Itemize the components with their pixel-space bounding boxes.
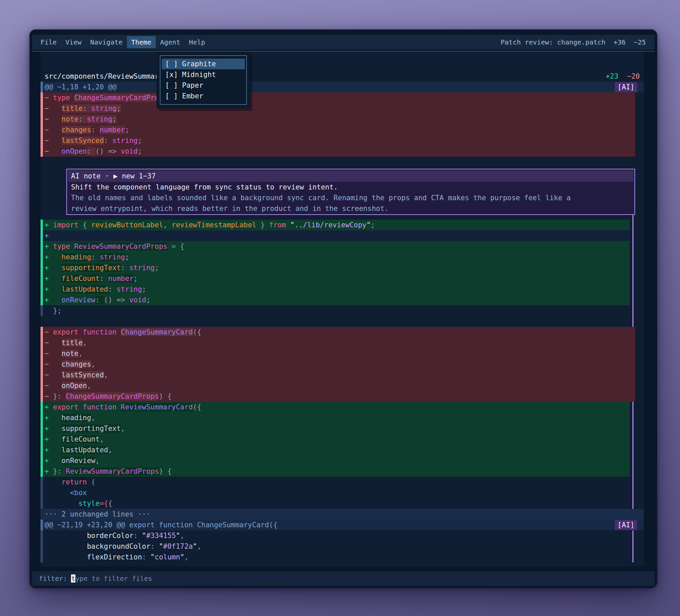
diff-row-ctx[interactable]: borderColor: "#334155", (40, 530, 644, 541)
code-line: + import { reviewButtonLabel, reviewTime… (43, 219, 375, 230)
diff-row-add[interactable]: + }: ReviewSummaryCardProps) { (40, 466, 630, 477)
diff-row-del[interactable]: − lastSynced: string; (40, 135, 635, 146)
theme-option-ember[interactable]: [ ] Ember (162, 91, 245, 101)
code-line: − onOpen: () => void; (43, 146, 142, 157)
code-line: style={{ (43, 498, 112, 509)
diff-row-del[interactable]: − title, (40, 338, 635, 348)
diff-row-del[interactable]: − type ChangeSummaryCardProps = { (40, 92, 635, 103)
diff-viewer: src/components/ReviewSummaryCard.tsx+23−… (40, 52, 644, 566)
diff-row-addempty[interactable]: + (40, 230, 630, 241)
gutter-strip (40, 71, 43, 82)
menu-item-file[interactable]: File (36, 36, 61, 48)
code-line: − note: string; (43, 114, 117, 124)
gutter-strip (40, 434, 43, 445)
diff-row-ctx[interactable]: <box (40, 488, 644, 498)
diff-row-add[interactable]: + type ReviewSummaryCardProps = { (40, 241, 630, 252)
gutter-strip (40, 466, 43, 477)
diff-row-add[interactable]: + heading: string; (40, 252, 630, 262)
filter-label: filter: (39, 575, 71, 583)
gutter-strip (40, 252, 43, 262)
gutter-strip (40, 391, 43, 402)
diff-row-del[interactable]: − onOpen: () => void; (40, 146, 635, 157)
diff-row-add[interactable]: + export function ReviewSummaryCard({ (40, 402, 630, 412)
diff-row-del[interactable]: − note, (40, 348, 635, 359)
gutter-strip (40, 241, 43, 252)
diff-row-del[interactable]: − export function ChangeSummaryCard({ (40, 327, 635, 338)
gutter-strip (40, 380, 43, 391)
code-line: backgroundColor: "#0f172a", (43, 541, 201, 552)
diff-row-hunk[interactable]: @@ −21,19 +23,20 @@ export function Chan… (40, 520, 644, 530)
diff-row-ctx[interactable]: }; (40, 305, 644, 316)
diff-row-del[interactable]: − changes: number; (40, 124, 635, 135)
diff-row-del[interactable]: − title: string; (40, 103, 635, 114)
gutter-strip (40, 284, 43, 295)
gutter-strip (40, 402, 43, 412)
ai-badge: [AI] (615, 520, 637, 530)
ai-note-text: The old names and labels sounded like a … (67, 193, 634, 203)
menu-item-navigate[interactable]: Navigate (86, 36, 126, 48)
code-line: − }: ChangeSummaryCardProps) { (43, 391, 171, 402)
menu-item-theme[interactable]: Theme (127, 36, 156, 48)
code-line: + heading, (43, 412, 95, 423)
ai-region-indicator-line (632, 530, 633, 562)
diff-row-del[interactable]: − }: ChangeSummaryCardProps) { (40, 391, 635, 402)
diff-row-add[interactable]: + import { reviewButtonLabel, reviewTime… (40, 219, 630, 230)
gutter-strip (40, 477, 43, 488)
gutter-strip (40, 219, 43, 230)
diff-row-del[interactable]: − note: string; (40, 114, 635, 124)
gutter-strip (40, 135, 43, 146)
diff-row-add[interactable]: + fileCount, (40, 434, 630, 445)
gutter-strip (40, 498, 43, 509)
gutter-strip (40, 359, 43, 370)
spacer (40, 316, 644, 327)
menu-item-help[interactable]: Help (185, 36, 209, 48)
spacer (40, 52, 644, 71)
code-line: flexDirection: "column", (43, 552, 189, 562)
diff-row-add[interactable]: + supportingText, (40, 423, 630, 434)
diff-row-sep[interactable]: ··· 2 unchanged lines ··· (40, 509, 644, 520)
menu-item-agent[interactable]: Agent (156, 36, 185, 48)
code-line: + onReview, (43, 455, 100, 466)
diff-row-file[interactable]: src/components/ReviewSummaryCard.tsx+23−… (40, 71, 644, 82)
diff-row-ctx[interactable]: return ( (40, 477, 644, 488)
menu-item-view[interactable]: View (61, 36, 86, 48)
diff-row-add[interactable]: + supportingText: string; (40, 262, 630, 273)
window-title: Patch review: change.patch +36 −25 (501, 38, 646, 46)
ai-note-text: Shift the component language from sync s… (67, 182, 634, 193)
diff-row-hunk[interactable]: @@ −1,18 +1,20 @@[AI] (40, 82, 644, 92)
diff-row-ctx[interactable]: style={{ (40, 498, 644, 509)
code-line: − title, (43, 338, 87, 348)
diff-row-del[interactable]: − onOpen, (40, 380, 635, 391)
gutter-strip (40, 124, 43, 135)
diff-row-add[interactable]: + onReview, (40, 455, 630, 466)
gutter-strip (40, 273, 43, 284)
filter-input[interactable]: filter: type to filter files (32, 571, 655, 586)
gutter-strip (40, 488, 43, 498)
gutter-strip (40, 92, 43, 103)
diff-row-del[interactable]: − lastSynced, (40, 370, 635, 380)
gutter-strip (40, 445, 43, 455)
code-line: − lastSynced: string; (43, 135, 142, 146)
code-line: − changes, (43, 359, 95, 370)
diff-row-ctx[interactable]: backgroundColor: "#0f172a", (40, 541, 644, 552)
theme-dropdown-list: [ ] Graphite[x] Midnight[ ] Paper[ ] Emb… (160, 55, 247, 105)
diff-row-del[interactable]: − changes, (40, 359, 635, 370)
diff-row-ctx[interactable]: flexDirection: "column", (40, 552, 644, 562)
diff-row-add[interactable]: + lastUpdated: string; (40, 284, 630, 295)
gutter-strip (40, 146, 43, 157)
theme-option-midnight[interactable]: [x] Midnight (162, 69, 245, 80)
code-line: + fileCount, (43, 434, 104, 445)
gutter-strip (40, 520, 43, 530)
theme-option-paper[interactable]: [ ] Paper (162, 80, 245, 91)
code-line: + supportingText, (43, 423, 125, 434)
gutter-strip (40, 327, 43, 338)
diff-row-add[interactable]: + heading, (40, 412, 630, 423)
theme-option-graphite[interactable]: [ ] Graphite (162, 59, 245, 69)
ai-note-header[interactable]: AI note · ▶ new 1−37 (68, 170, 633, 182)
diff-row-add[interactable]: + onReview: () => void; (40, 295, 630, 305)
diff-row-add[interactable]: + lastUpdated, (40, 445, 630, 455)
code-line: ··· 2 unchanged lines ··· (43, 509, 150, 520)
gutter-strip (40, 230, 43, 241)
code-line: + heading: string; (43, 252, 129, 262)
diff-row-add[interactable]: + fileCount: number; (40, 273, 630, 284)
